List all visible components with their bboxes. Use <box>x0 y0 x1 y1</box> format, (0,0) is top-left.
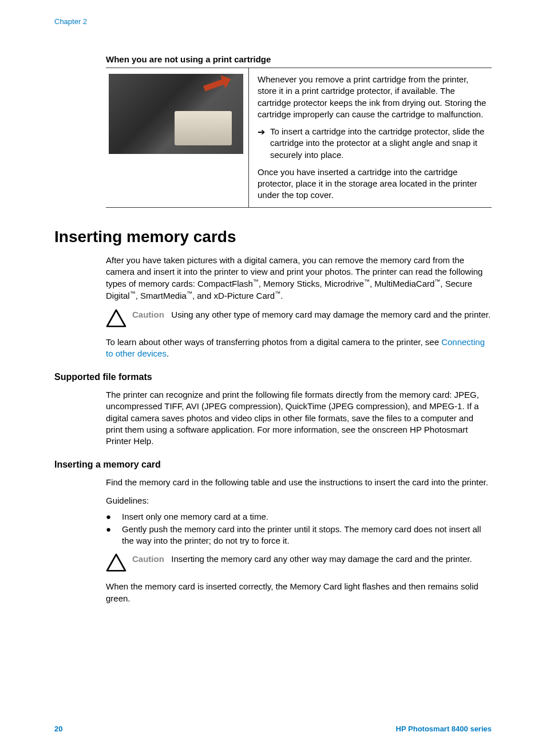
arrow-right-icon: ➔ <box>258 126 270 161</box>
caution-label: Caution <box>132 554 164 564</box>
table-title: When you are not using a print cartridge <box>106 54 492 64</box>
caution-triangle-icon <box>106 553 126 574</box>
heading-inserting-memory-card: Inserting a memory card <box>54 460 492 470</box>
caution-triangle-icon <box>106 309 126 330</box>
intro-paragraph: After you have taken pictures with a dig… <box>106 255 492 302</box>
bullet-icon: ● <box>106 511 122 523</box>
cartridge-text-cell: Whenever you remove a print cartridge fr… <box>249 68 492 207</box>
bullet-text-1: Insert only one memory card at a time. <box>122 511 268 523</box>
learn-prefix: To learn about other ways of transferrin… <box>106 337 441 347</box>
list-item: ● Insert only one memory card at a time. <box>106 511 492 523</box>
bullet-icon: ● <box>106 524 122 547</box>
trademark-icon: ™ <box>130 290 136 296</box>
product-name: HP Photosmart 8400 series <box>396 725 492 733</box>
caution-text-1: Using any other type of memory card may … <box>171 310 490 319</box>
trademark-icon: ™ <box>187 290 192 296</box>
list-item: ● Gently push the memory card into the p… <box>106 524 492 547</box>
intro-text-7: . <box>280 291 283 300</box>
insert-card-para: Find the memory card in the following ta… <box>106 477 492 488</box>
guidelines-list: ● Insert only one memory card at a time.… <box>106 511 492 547</box>
cartridge-image-cell <box>106 68 249 207</box>
intro-text-2: , Memory Sticks, Microdrive <box>259 279 364 288</box>
page-number: 20 <box>54 725 62 733</box>
trademark-icon: ™ <box>253 278 259 284</box>
trademark-icon: ™ <box>434 278 440 284</box>
cartridge-table: Whenever you remove a print cartridge fr… <box>106 68 492 208</box>
table-para-2: Once you have inserted a cartridge into … <box>258 167 489 201</box>
intro-text-6: , and xD-Picture Card <box>192 291 275 300</box>
intro-text-5: , SmartMedia <box>136 291 187 300</box>
chapter-header: Chapter 2 <box>54 17 492 26</box>
guidelines-label: Guidelines: <box>106 496 492 505</box>
bullet-text-2: Gently push the memory card into the pri… <box>122 524 492 547</box>
table-arrow-item: To insert a cartridge into the cartridge… <box>270 126 489 161</box>
trademark-icon: ™ <box>275 290 280 296</box>
cartridge-protector-image <box>109 74 243 154</box>
closing-para: When the memory card is inserted correct… <box>106 581 492 604</box>
intro-text-3: , MultiMediaCard <box>370 279 434 288</box>
page-footer: 20 HP Photosmart 8400 series <box>54 725 492 733</box>
learn-suffix: . <box>167 349 169 358</box>
caution-label: Caution <box>132 310 164 319</box>
heading-inserting-memory-cards: Inserting memory cards <box>54 228 492 246</box>
heading-supported-file-formats: Supported file formats <box>54 372 492 382</box>
trademark-icon: ™ <box>364 278 370 284</box>
table-para-1: Whenever you remove a print cartridge fr… <box>258 74 489 120</box>
supported-formats-para: The printer can recognize and print the … <box>106 389 492 447</box>
caution-block-2: Caution Inserting the memory card any ot… <box>106 553 492 574</box>
caution-block-1: Caution Using any other type of memory c… <box>106 309 492 330</box>
caution-text-2: Inserting the memory card any other way … <box>171 554 472 564</box>
learn-paragraph: To learn about other ways of transferrin… <box>106 337 492 360</box>
